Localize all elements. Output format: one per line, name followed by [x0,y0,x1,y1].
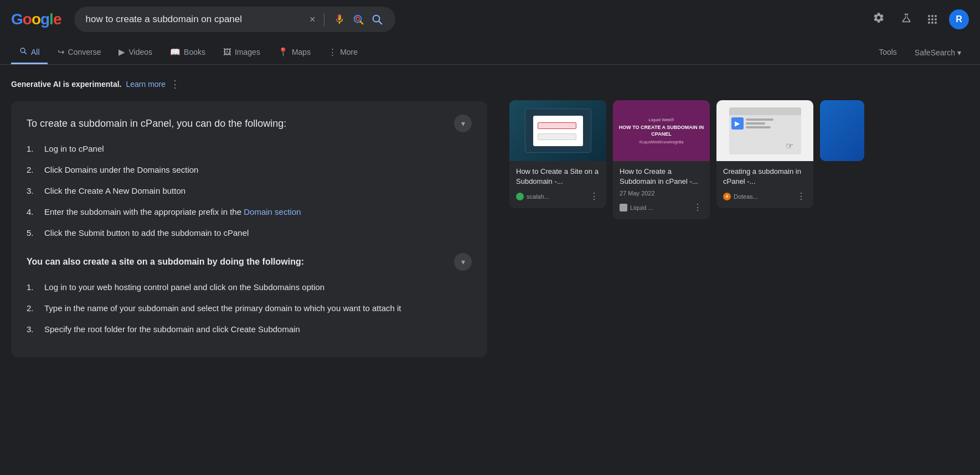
safesearch-button[interactable]: SafeSearch ▾ [907,43,969,63]
safesearch-chevron-icon: ▾ [957,48,961,57]
list-item: 1. Log in to cPanel [27,142,472,156]
tools-button[interactable]: Tools [871,42,905,64]
settings-button[interactable] [869,8,888,30]
step4-text: Enter the subdomain with the appropriate… [44,205,301,219]
list-item: 4. Enter the subdomain with the appropri… [27,205,472,219]
card2-footer: Liquid ... ⋮ [620,201,703,214]
card3-more-button[interactable]: ⋮ [796,190,807,203]
image-icon: 🖼 [223,47,231,56]
card3-info: Creating a subdomain in cPanel -... d Do… [716,161,813,208]
close-icon: × [310,14,316,25]
svg-line-2 [360,22,363,24]
source3-name: Doteas... [734,193,758,200]
domain-section-link[interactable]: Domain section [244,207,301,216]
search-submit-button[interactable] [370,12,384,27]
ai-learn-more-link[interactable]: Learn more [126,80,166,89]
source1-favicon [516,193,524,200]
result-card-3[interactable]: ▶ ☞ Creating a subdomain in cPanel -... [716,100,813,208]
labs-button[interactable] [897,8,916,30]
apps-button[interactable] [925,12,940,27]
nav-images-label: Images [235,48,260,56]
lens-search-button[interactable] [351,12,365,27]
section1-title: To create a subdomain in cPanel, you can… [27,118,447,130]
result-card-4-partial[interactable] [820,100,864,161]
card2-date: 27 May 2022 [620,190,703,197]
nav-more-label: More [340,48,358,56]
book-icon: 📖 [170,47,180,57]
divider [324,13,324,26]
gear-icon [873,12,885,24]
more-dots-icon: ⋮ [328,47,337,57]
section2-title: You can also create a site on a subdomai… [27,257,447,267]
card3-footer: d Doteas... ⋮ [723,190,807,203]
list-item: 3. Specify the root folder for the subdo… [27,323,472,336]
card2-hashtag: #LiquidWebKnowledgeBa [639,140,683,144]
grid-icon [928,15,937,24]
step2-2-text: Type in the name of your subdomain and s… [44,302,401,315]
card3-title: Creating a subdomain in cPanel -... [723,167,807,187]
header: Google × [0,0,980,39]
step3-text: Click the Create A New Domain button [44,184,185,198]
lens-icon [352,13,364,25]
voice-search-button[interactable] [332,12,347,27]
ai-options-button[interactable]: ⋮ [170,78,180,90]
section2-collapse-button[interactable]: ▾ [454,253,472,271]
nav-item-maps[interactable]: 📍 Maps [270,42,318,64]
nav-item-all[interactable]: All [11,41,48,64]
source2-name: Liquid ... [630,204,653,211]
map-icon: 📍 [278,47,288,57]
mic-icon [333,13,345,25]
step2-text: Click Domains under the Domains section [44,163,198,177]
card2-info: How to Create a Subdomain in cPanel -...… [613,161,710,219]
steps-list-1: 1. Log in to cPanel 2. Click Domains und… [27,142,472,240]
nav-item-converse[interactable]: ↪ Converse [50,42,109,64]
main-content: Generative AI is experimental. Learn mor… [0,65,980,357]
nav-item-books[interactable]: 📖 Books [162,42,213,64]
card1-thumbnail [509,100,606,161]
card1-info: How to Create a Site on a Subdomain -...… [509,161,606,208]
google-logo[interactable]: Google [11,11,61,28]
card1-footer: scalah... ⋮ [516,190,600,203]
flask-icon [900,12,912,24]
nav-books-label: Books [184,48,205,56]
nav-maps-label: Maps [292,48,311,56]
step2-1-text: Log in to your web hosting control panel… [44,281,324,294]
card2-brand: Liquid Web® [649,117,674,122]
section2-header: You can also create a site on a subdomai… [27,253,472,271]
step1-text: Log in to cPanel [44,142,104,156]
source1-name: scalah... [527,193,549,200]
card2-thumbnail: Liquid Web® HOW TO CREATE A SUBDOMAIN IN… [613,100,710,161]
video-icon: ▶ [118,47,125,57]
left-panel: Generative AI is experimental. Learn mor… [11,78,487,357]
list-item: 1. Log in to your web hosting control pa… [27,281,472,294]
card2-more-button[interactable]: ⋮ [692,201,703,214]
clear-button[interactable]: × [308,13,317,27]
list-item: 2. Type in the name of your subdomain an… [27,302,472,315]
ai-notice-bold: Generative AI is experimental. [11,80,121,89]
nav-converse-label: Converse [68,48,101,56]
converse-icon: ↪ [58,47,65,57]
nav-bar: All ↪ Converse ▶ Videos 📖 Books 🖼 Images… [0,39,980,65]
avatar[interactable]: R [949,9,969,29]
nav-item-videos[interactable]: ▶ Videos [111,42,160,64]
card1-more-button[interactable]: ⋮ [589,190,600,203]
safesearch-label: SafeSearch [915,48,955,57]
card4-thumbnail [820,100,864,161]
section1-collapse-button[interactable]: ▾ [454,115,472,132]
list-item: 5. Click the Submit button to add the su… [27,226,472,240]
search-input[interactable] [85,14,303,25]
result-card-2[interactable]: Liquid Web® HOW TO CREATE A SUBDOMAIN IN… [613,100,710,219]
nav-item-more[interactable]: ⋮ More [321,42,365,64]
source3-favicon: d [723,193,731,200]
nav-item-images[interactable]: 🖼 Images [215,42,268,64]
nav-videos-label: Videos [128,48,152,56]
card3-cpanel-icon: ▶ [731,117,744,130]
card1-source: scalah... [516,193,585,200]
source2-favicon [620,204,627,211]
header-right: R [869,8,969,30]
list-item: 3. Click the Create A New Domain button [27,184,472,198]
search-icon [371,13,383,25]
steps-list-2: 1. Log in to your web hosting control pa… [27,281,472,336]
section1-header: To create a subdomain in cPanel, you can… [27,115,472,132]
result-card-1[interactable]: How to Create a Site on a Subdomain -...… [509,100,606,208]
